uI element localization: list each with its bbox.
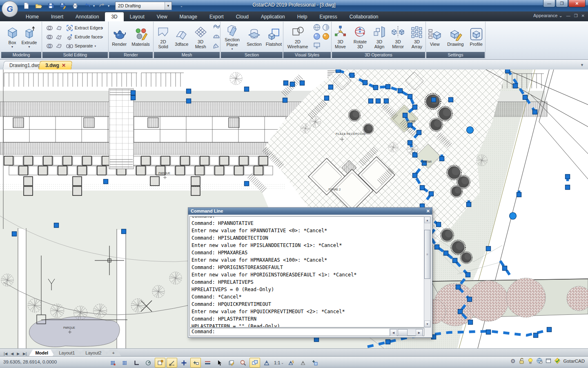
selection-grip[interactable] xyxy=(534,333,538,338)
selection-grip[interactable] xyxy=(104,180,108,184)
separate-button[interactable]: Separate ▾ xyxy=(65,42,97,50)
section-plane-button[interactable]: Section Plane ▾ xyxy=(220,22,244,52)
section-button[interactable]: Section xyxy=(245,27,263,47)
scroll-up-icon[interactable]: ▲ xyxy=(424,217,430,223)
minimize-button[interactable]: — xyxy=(543,0,555,7)
extrude-faces-dropdown-icon[interactable]: ▾ xyxy=(102,36,103,39)
drawing-button[interactable]: Drawing xyxy=(446,27,465,47)
selection-grip[interactable] xyxy=(523,95,528,100)
tab-add-layout[interactable]: + xyxy=(105,350,121,357)
3d-align-button[interactable]: 3D Align xyxy=(371,24,388,50)
tab-express[interactable]: Express xyxy=(313,12,343,21)
extract-edges-dropdown-icon[interactable]: ▾ xyxy=(102,27,103,30)
polar-toggle[interactable] xyxy=(143,358,154,368)
rotate-3d-button[interactable]: Rotate 3D xyxy=(350,24,370,50)
3d-mesh-button[interactable]: 3D Mesh xyxy=(190,24,211,50)
selection-grip[interactable] xyxy=(403,113,408,118)
tab-help[interactable]: Help xyxy=(291,12,314,21)
unlock-icon[interactable] xyxy=(519,358,525,364)
selection-grip[interactable] xyxy=(453,258,457,263)
selection-grip[interactable] xyxy=(376,99,381,103)
wireframe-style-button[interactable] xyxy=(313,24,321,32)
selection-grip[interactable] xyxy=(468,320,473,325)
status-check-icon[interactable] xyxy=(555,358,561,364)
selection-grip[interactable] xyxy=(420,186,425,190)
realistic-style-button[interactable] xyxy=(322,33,330,41)
selection-grip[interactable] xyxy=(408,94,412,99)
command-line-window[interactable]: Command Line ✕ Command: Command: HPANNOT… xyxy=(188,207,432,338)
selection-grip[interactable] xyxy=(350,73,354,78)
selection-grip[interactable] xyxy=(468,297,472,302)
tab-view[interactable]: View xyxy=(151,12,174,21)
esnap-toggle[interactable] xyxy=(155,358,165,368)
selection-grip[interactable] xyxy=(517,193,521,197)
extract-edges-button[interactable]: Extract Edges ▾ xyxy=(65,24,105,32)
selection-grip[interactable] xyxy=(413,153,417,157)
layout-switch-toggle[interactable] xyxy=(249,358,260,368)
box-dropdown-icon[interactable]: ▼ xyxy=(11,45,14,48)
hscrollbar-thumb[interactable] xyxy=(398,329,408,336)
snap-toggle[interactable] xyxy=(107,358,118,368)
next-tab-icon[interactable]: ▶ xyxy=(16,352,21,356)
command-horizontal-scrollbar[interactable]: ◀ ▶ xyxy=(390,329,423,336)
selection-grip[interactable] xyxy=(449,98,453,102)
selection-grip[interactable] xyxy=(363,81,368,85)
annotation-autoscale-toggle[interactable] xyxy=(298,358,308,368)
prev-tab-icon[interactable]: ◀ xyxy=(9,352,15,356)
shaded-style-button[interactable] xyxy=(313,33,321,41)
selection-grip[interactable] xyxy=(122,229,126,234)
edge-surface-button[interactable] xyxy=(213,32,220,41)
selection-grip[interactable] xyxy=(336,70,341,73)
clean-screen-icon[interactable] xyxy=(546,358,552,364)
separate-dropdown-icon[interactable]: ▾ xyxy=(94,45,96,48)
3dface-button[interactable]: 3dface xyxy=(174,27,189,47)
scroll-down-icon[interactable]: ▼ xyxy=(424,321,430,327)
2d-wireframe-button[interactable]: 2D Wireframe xyxy=(284,24,312,50)
tab-3d[interactable]: 3D xyxy=(105,12,123,21)
selection-grip[interactable] xyxy=(533,110,537,114)
tab-collaboration[interactable]: Collaboration xyxy=(343,12,385,21)
selection-grip[interactable] xyxy=(131,96,136,100)
grid-toggle[interactable] xyxy=(119,358,130,368)
flatshot-button[interactable]: Flatshot xyxy=(265,27,283,47)
selection-grip[interactable] xyxy=(408,141,412,145)
selection-grip-dot[interactable] xyxy=(510,213,517,220)
selection-grip-dot[interactable] xyxy=(467,127,474,134)
annotation-scale-icon-button[interactable] xyxy=(261,358,272,368)
lineweight-toggle[interactable] xyxy=(202,358,213,368)
selection-grip[interactable] xyxy=(325,96,329,101)
selection-grip[interactable] xyxy=(329,85,333,90)
selection-grip[interactable] xyxy=(466,273,470,277)
lightbulb-icon[interactable] xyxy=(528,358,534,364)
selection-grip[interactable] xyxy=(245,182,249,186)
solidedit-face-button[interactable] xyxy=(56,25,62,31)
close-button[interactable]: ✕ xyxy=(568,0,586,7)
tab-annotation[interactable]: Annotation xyxy=(69,12,105,21)
quick-properties-toggle[interactable] xyxy=(226,358,236,368)
doc-tab-close-icon[interactable]: ✕ xyxy=(62,63,66,68)
union-button[interactable] xyxy=(46,25,53,31)
dyn-toggle[interactable] xyxy=(190,358,201,368)
doc-close-icon[interactable]: ✕ xyxy=(581,13,585,18)
annotation-visibility-toggle[interactable] xyxy=(286,358,296,368)
selection-grip[interactable] xyxy=(429,192,434,196)
appearance-menu[interactable]: Appearance ⌄ xyxy=(533,13,563,18)
selection-grip[interactable] xyxy=(506,70,510,73)
box-button[interactable]: Box ▼ xyxy=(4,25,20,49)
extrude-button[interactable]: Extrude ▼ xyxy=(20,25,38,49)
selection-grip[interactable] xyxy=(187,99,191,103)
settings-gear-icon[interactable]: ⚙ xyxy=(510,358,516,364)
visual-styles-manager-button[interactable] xyxy=(313,42,321,50)
selection-grip[interactable] xyxy=(458,310,463,314)
globe-clock-icon[interactable] xyxy=(537,358,543,364)
ducs-toggle[interactable] xyxy=(178,358,189,368)
selection-grip[interactable] xyxy=(284,81,288,85)
selection-grip[interactable] xyxy=(437,222,441,227)
selection-grip[interactable] xyxy=(12,232,17,236)
ruled-surface-button[interactable] xyxy=(213,42,220,51)
selection-grip[interactable] xyxy=(467,202,471,207)
selection-grip[interactable] xyxy=(283,98,287,103)
selection-grip[interactable] xyxy=(566,185,570,190)
selection-grip[interactable] xyxy=(187,89,191,94)
selection-grip[interactable] xyxy=(408,123,412,128)
